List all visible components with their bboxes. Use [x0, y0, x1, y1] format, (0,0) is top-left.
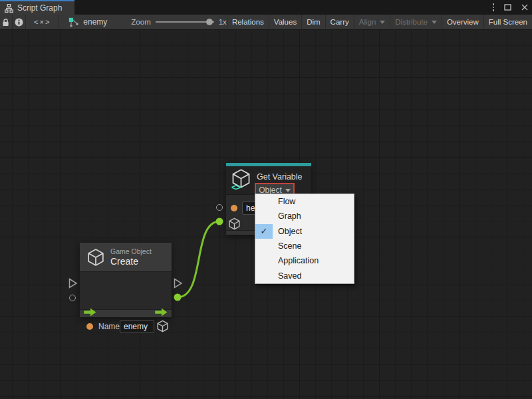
chevron-down-icon [432, 21, 437, 24]
node-title: Get Variable [257, 172, 303, 182]
toolbar-buttons: Relations Values Dim Carry Align Distrib… [227, 15, 532, 29]
window-menu-icon[interactable] [493, 3, 495, 11]
maximize-icon[interactable] [504, 4, 511, 11]
node-header[interactable]: Game Object Create [80, 243, 172, 271]
lock-button[interactable] [0, 15, 13, 29]
menu-item-object[interactable]: ✓ Object [255, 224, 354, 239]
flow-out-arrow-icon[interactable] [155, 308, 168, 317]
zoom-label: Zoom [131, 18, 150, 26]
value-input-port[interactable] [69, 295, 76, 301]
distribute-button: Distribute [390, 15, 442, 29]
menu-item-saved[interactable]: Saved [255, 269, 354, 283]
window-controls [493, 0, 529, 15]
checkmark-icon: ✓ [255, 224, 273, 239]
string-port-dot[interactable] [231, 205, 237, 211]
zoom-slider-handle[interactable] [206, 19, 213, 25]
node-title: Create [110, 256, 152, 267]
menu-item-graph[interactable]: Graph [255, 209, 354, 223]
wire-target-dot [216, 218, 223, 225]
menu-item-flow[interactable]: Flow [255, 194, 354, 209]
code-brackets-icon: <> [231, 182, 240, 192]
menu-item-scene[interactable]: Scene [255, 239, 354, 253]
tab-bar: Script Graph [0, 0, 532, 15]
code-angle-icon: <×> [34, 18, 51, 26]
node-header[interactable]: <> Get Variable Object [226, 166, 311, 194]
variable-name-port[interactable] [216, 204, 223, 211]
node-game-object-create[interactable]: Game Object Create Name [80, 243, 172, 317]
graph-name-label: enemy [83, 17, 107, 27]
lock-icon [2, 18, 9, 27]
graph-breadcrumb[interactable]: enemy [59, 15, 114, 29]
zoom-value: 1x [219, 18, 227, 26]
code-view-button[interactable]: <×> [26, 15, 59, 29]
node-body: Name [80, 271, 172, 309]
menu-item-application[interactable]: Application [255, 253, 354, 268]
zoom-slider[interactable] [156, 18, 214, 26]
cube-icon [86, 248, 105, 267]
chevron-down-icon [285, 189, 291, 192]
info-icon [15, 18, 23, 27]
carry-button[interactable]: Carry [325, 15, 354, 29]
zoom-slider-track [156, 21, 214, 23]
graph-toolbar: <×> enemy Zoom 1x Relations Values Dim C… [0, 15, 532, 30]
graph-canvas[interactable]: Game Object Create Name [0, 30, 532, 399]
wire-source-dot [174, 294, 182, 301]
overview-button[interactable]: Overview [442, 15, 483, 29]
graph-node-icon [68, 17, 79, 27]
align-button: Align [354, 15, 390, 29]
fullscreen-button[interactable]: Full Screen [483, 15, 532, 29]
tab-script-graph[interactable]: Script Graph [0, 0, 74, 15]
node-category: Game Object [110, 247, 152, 256]
zoom-control: Zoom 1x [131, 15, 227, 29]
tab-title: Script Graph [17, 3, 62, 13]
flow-in-arrow-icon[interactable] [84, 308, 96, 317]
flow-output-port[interactable] [174, 278, 183, 289]
relations-button[interactable]: Relations [227, 15, 269, 29]
values-button[interactable]: Values [269, 15, 301, 29]
graph-hierarchy-icon [5, 4, 13, 13]
name-port-label: Name [98, 322, 120, 331]
variable-kind-menu: Flow Graph ✓ Object Scene Application Sa… [255, 194, 354, 284]
flow-input-port[interactable] [68, 278, 78, 289]
script-graph-window: { "window": { "tab_title": "Script Graph… [0, 0, 532, 399]
close-icon[interactable] [521, 4, 528, 11]
game-object-output-cube-icon[interactable] [156, 320, 169, 332]
name-value-field[interactable] [120, 320, 154, 333]
string-port-dot[interactable] [86, 323, 93, 330]
dim-button[interactable]: Dim [301, 15, 325, 29]
info-button[interactable] [13, 15, 26, 29]
object-port-cube-icon[interactable] [228, 217, 241, 230]
chevron-down-icon [380, 21, 385, 24]
